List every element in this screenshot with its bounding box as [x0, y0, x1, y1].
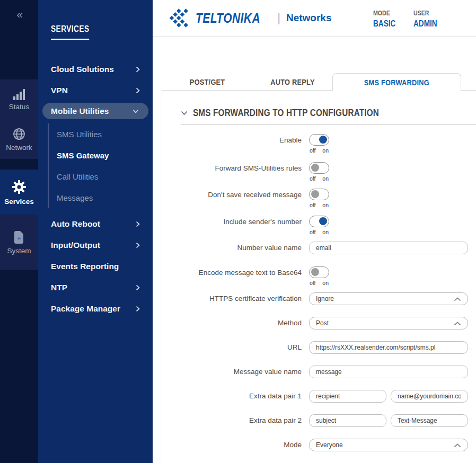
- form-row-include-sender: Include sender's number off on: [181, 216, 476, 235]
- encode-base64-toggle[interactable]: [309, 266, 329, 278]
- extra-pair-1-key-input[interactable]: [309, 390, 386, 403]
- sidebar-item-ntp[interactable]: NTP: [38, 277, 153, 298]
- section-title: SMS FORWARDING TO HTTP CONFIGURATION: [193, 108, 379, 119]
- chevron-up-icon: [454, 322, 461, 326]
- collapse-sidebar-button[interactable]: «: [0, 8, 38, 20]
- chevron-right-icon: [136, 306, 140, 312]
- url-input[interactable]: [309, 341, 468, 354]
- section-divider: [181, 124, 476, 124]
- sidebar-item-sms-gateway[interactable]: SMS Gateway: [57, 145, 153, 166]
- services-submenu-panel: SERVICES Cloud Solutions VPN Mobile Util…: [38, 0, 153, 463]
- toggle-off-label: off: [310, 202, 315, 208]
- chevron-up-icon: [454, 443, 461, 448]
- field-label: Enable: [181, 134, 302, 146]
- sim-card-icon: ‹›: [13, 230, 25, 244]
- main-nav-rail: « Status: [0, 0, 38, 463]
- mobile-utilities-sublist: SMS Utilities SMS Gateway Call Utilities…: [48, 123, 153, 208]
- sidebar-item-vpn[interactable]: VPN: [38, 80, 153, 101]
- gear-icon: [11, 179, 27, 195]
- toggle-knob: [319, 217, 327, 225]
- extra-pair-2-key-input[interactable]: [309, 414, 386, 427]
- form-row-extra-pair-2: Extra data pair 2: [181, 414, 476, 427]
- field-label: Don't save received message: [181, 189, 302, 201]
- chevron-down-icon: [133, 109, 139, 113]
- rail-group-services: Services: [0, 170, 38, 215]
- toggle-knob: [311, 268, 319, 276]
- sidebar-item-auto-reboot[interactable]: Auto Reboot: [38, 213, 153, 235]
- tab-panel-sms-forwarding: SMS FORWARDING TO HTTP CONFIGURATION Ena…: [162, 91, 476, 463]
- toggle-off-label: off: [310, 147, 315, 154]
- form-row-number-value-name: Number value name: [181, 242, 476, 254]
- form-row-method: Method Post: [181, 317, 476, 330]
- method-select[interactable]: Post: [309, 317, 468, 330]
- user-indicator[interactable]: USER ADMIN: [413, 8, 441, 29]
- header-status-block: MODE BASIC USER ADMIN: [373, 8, 441, 29]
- toggle-off-label: off: [310, 229, 315, 235]
- teltonika-logo-icon: [169, 7, 191, 29]
- mode-select[interactable]: Everyone: [309, 439, 468, 451]
- number-value-name-input[interactable]: [309, 242, 468, 254]
- rail-item-label: Network: [6, 144, 32, 152]
- rail-item-label: Status: [9, 103, 29, 111]
- form-row-enable: Enable off on: [181, 134, 476, 154]
- rail-group-status-network: Status Network: [0, 79, 38, 159]
- form-row-message-value-name: Message value name: [181, 366, 476, 378]
- brand-name: TELTONIKA: [196, 11, 260, 26]
- rail-item-network[interactable]: Network: [0, 119, 38, 159]
- sidebar-item-cloud-solutions[interactable]: Cloud Solutions: [38, 59, 153, 80]
- sidebar-item-call-utilities[interactable]: Call Utilities: [57, 166, 153, 187]
- field-label: Extra data pair 1: [181, 390, 302, 402]
- dont-save-received-toggle[interactable]: [309, 189, 329, 200]
- toggle-on-label: on: [322, 202, 329, 208]
- tab-auto-reply[interactable]: AUTO REPLY: [253, 73, 332, 90]
- extra-pair-1-value-input[interactable]: [391, 390, 468, 403]
- form-row-extra-pair-1: Extra data pair 1: [181, 390, 476, 403]
- sidebar-item-package-manager[interactable]: Package Manager: [38, 298, 153, 319]
- message-value-name-input[interactable]: [309, 366, 468, 378]
- field-label: URL: [181, 341, 302, 353]
- toggle-on-label: on: [322, 229, 329, 235]
- sms-forwarding-form: Enable off on Forward SMS-Utilities rule…: [181, 134, 476, 451]
- extra-pair-2-value-input[interactable]: [391, 414, 468, 427]
- chevron-down-icon: [181, 111, 188, 115]
- rail-item-system[interactable]: ‹› System: [0, 215, 38, 270]
- tab-sms-forwarding[interactable]: SMS FORWARDING: [332, 73, 461, 91]
- sidebar-item-events-reporting[interactable]: Events Reporting: [38, 256, 153, 277]
- sidebar-item-messages[interactable]: Messages: [57, 187, 153, 208]
- toggle-off-label: off: [310, 280, 315, 286]
- rail-item-label: System: [7, 247, 31, 255]
- field-label: Forward SMS-Utilities rules: [181, 162, 302, 174]
- user-label: USER: [413, 10, 429, 17]
- submenu-title: SERVICES: [51, 24, 90, 40]
- field-label: Method: [181, 317, 302, 329]
- sidebar-item-input-output[interactable]: Input/Output: [38, 235, 153, 256]
- globe-icon: [12, 127, 26, 141]
- sidebar-item-sms-utilities[interactable]: SMS Utilities: [57, 123, 153, 145]
- teltonika-logo: TELTONIKA | Networks: [169, 7, 332, 29]
- forward-sms-utilities-toggle[interactable]: [309, 162, 329, 174]
- sidebar-item-mobile-utilities[interactable]: Mobile Utilities: [42, 103, 148, 119]
- tab-post-get[interactable]: POST/GET: [162, 73, 253, 90]
- form-row-dont-save: Don't save received message off on: [181, 189, 476, 208]
- toggle-on-label: on: [322, 175, 329, 182]
- chevron-right-icon: [136, 284, 140, 291]
- toggle-on-label: on: [322, 147, 329, 154]
- user-value: ADMIN: [413, 19, 437, 29]
- rail-item-status[interactable]: Status: [0, 79, 38, 119]
- app-window: « Status: [0, 0, 476, 463]
- header-spacer: [153, 37, 476, 73]
- mode-indicator[interactable]: MODE BASIC: [373, 8, 400, 29]
- toggle-on-label: on: [322, 280, 329, 286]
- include-sender-toggle[interactable]: [309, 216, 329, 227]
- rail-item-services[interactable]: Services: [0, 170, 38, 215]
- enable-toggle[interactable]: [309, 134, 329, 146]
- toggle-knob: [319, 136, 327, 144]
- chevron-right-icon: [136, 221, 140, 227]
- mode-label: MODE: [373, 10, 390, 17]
- https-cert-verification-select[interactable]: Ignore: [309, 292, 468, 305]
- section-header[interactable]: SMS FORWARDING TO HTTP CONFIGURATION: [181, 108, 476, 119]
- brand-divider: |: [277, 11, 280, 25]
- rail-group-system: ‹› System: [0, 215, 38, 270]
- form-row-url: URL: [181, 341, 476, 354]
- field-label: Extra data pair 2: [181, 414, 302, 426]
